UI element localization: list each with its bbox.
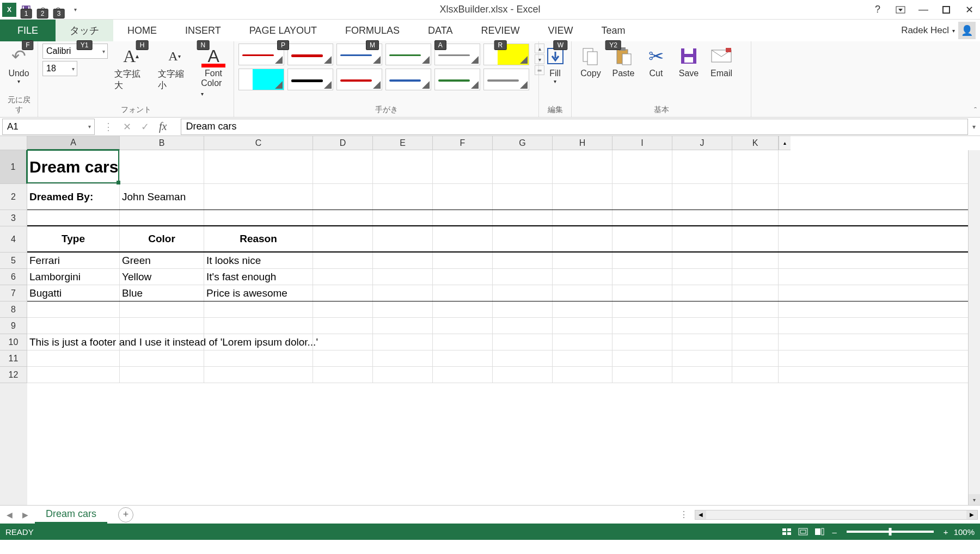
cell[interactable] — [373, 210, 433, 225]
cell[interactable] — [493, 350, 553, 366]
tab-formulas[interactable]: FORMULASM — [331, 20, 414, 41]
cell[interactable] — [493, 301, 553, 317]
cell[interactable] — [373, 184, 433, 210]
cell[interactable] — [553, 367, 612, 383]
cell[interactable]: This is just a footer and I use it inste… — [27, 334, 120, 350]
view-normal-icon[interactable] — [779, 526, 794, 538]
cell[interactable] — [27, 318, 120, 334]
cell[interactable] — [433, 367, 493, 383]
cell[interactable] — [732, 210, 779, 225]
cell[interactable] — [313, 318, 373, 334]
cell[interactable] — [313, 253, 373, 268]
column-header[interactable]: H — [553, 136, 612, 150]
cell[interactable] — [732, 301, 779, 317]
row-header[interactable]: 5 — [0, 253, 27, 269]
row-header[interactable]: 7 — [0, 285, 27, 301]
cell[interactable] — [732, 350, 779, 366]
row-header[interactable]: 8 — [0, 301, 27, 318]
scroll-right-icon[interactable]: ▶ — [966, 510, 977, 519]
zoom-level[interactable]: 100% — [954, 527, 975, 537]
scroll-up-icon[interactable]: ▴ — [779, 136, 791, 150]
cell[interactable] — [120, 334, 204, 350]
qat-redo-icon[interactable]: ↷3 — [52, 3, 65, 16]
cut-button[interactable]: ✂Cut — [641, 44, 671, 79]
qat-undo-icon[interactable]: ↶2 — [36, 3, 49, 16]
formula-input[interactable]: Dream cars — [181, 119, 968, 135]
save-button[interactable]: Save — [674, 44, 703, 79]
horizontal-scrollbar[interactable]: ◀ ▶ — [695, 510, 978, 520]
enlarge-text-button[interactable]: A▴文字拡大 — [111, 44, 151, 93]
cell[interactable] — [612, 150, 672, 183]
row-header[interactable]: 1 — [0, 150, 27, 184]
row-header[interactable]: 2 — [0, 184, 27, 210]
cell[interactable] — [373, 367, 433, 383]
cell[interactable] — [672, 367, 732, 383]
view-pagelayout-icon[interactable] — [795, 526, 811, 538]
cell[interactable] — [373, 301, 433, 317]
cell[interactable] — [612, 301, 672, 317]
help-icon[interactable]: ? — [871, 3, 884, 16]
column-header[interactable]: G — [493, 136, 553, 150]
cell[interactable] — [732, 318, 779, 334]
cell[interactable] — [373, 150, 433, 183]
maximize-icon[interactable] — [940, 3, 953, 16]
cell[interactable] — [612, 350, 672, 366]
cell[interactable] — [493, 334, 553, 350]
cell[interactable] — [120, 367, 204, 383]
sheet-nav-prev-icon[interactable]: ◀ — [7, 510, 13, 519]
cell[interactable] — [120, 301, 204, 317]
pen-black-thick[interactable] — [287, 69, 333, 90]
cell[interactable] — [433, 210, 493, 225]
cell[interactable] — [732, 150, 779, 183]
cell[interactable] — [553, 210, 612, 225]
minimize-icon[interactable]: — — [917, 3, 930, 16]
cell[interactable] — [373, 226, 433, 251]
cell[interactable] — [313, 184, 373, 210]
column-header[interactable]: D — [313, 136, 373, 150]
cell[interactable] — [313, 210, 373, 225]
cell[interactable] — [433, 184, 493, 210]
cell[interactable] — [672, 150, 732, 183]
cell[interactable] — [204, 350, 313, 366]
cell[interactable] — [313, 367, 373, 383]
cell[interactable] — [672, 269, 732, 285]
view-pagebreak-icon[interactable] — [812, 526, 827, 538]
cell[interactable]: Type — [27, 226, 120, 251]
row-header[interactable]: 12 — [0, 367, 27, 383]
cell[interactable] — [373, 253, 433, 268]
cell[interactable] — [204, 150, 313, 183]
row-header[interactable]: 6 — [0, 269, 27, 285]
cell[interactable] — [612, 226, 672, 251]
zoom-slider[interactable] — [847, 531, 934, 533]
cell[interactable] — [553, 253, 612, 268]
cells-area[interactable]: Dream carsDreamed By:John SeamanTypeColo… — [27, 150, 968, 505]
row-header[interactable]: 11 — [0, 350, 27, 367]
column-header[interactable]: K — [732, 136, 779, 150]
cell[interactable] — [672, 253, 732, 268]
row-header[interactable]: 4 — [0, 226, 27, 253]
cell[interactable] — [732, 367, 779, 383]
accept-formula-icon[interactable]: ✓ — [141, 121, 149, 133]
cell[interactable] — [433, 350, 493, 366]
tab-data[interactable]: DATAA — [414, 20, 467, 41]
cell[interactable] — [612, 334, 672, 350]
cell[interactable] — [313, 269, 373, 285]
cell[interactable] — [612, 367, 672, 383]
cell[interactable] — [27, 210, 120, 225]
cell[interactable]: Reason — [204, 226, 313, 251]
cell[interactable] — [433, 318, 493, 334]
cell[interactable]: Yellow — [120, 269, 204, 285]
row-header[interactable]: 3 — [0, 210, 27, 226]
cell[interactable] — [433, 253, 493, 268]
pen-gray-med[interactable] — [483, 69, 529, 90]
tab-view[interactable]: VIEWW — [534, 20, 587, 41]
cell[interactable] — [553, 285, 612, 301]
cell[interactable] — [120, 318, 204, 334]
add-sheet-button[interactable]: + — [118, 507, 133, 522]
cell[interactable] — [313, 285, 373, 301]
cell[interactable] — [433, 226, 493, 251]
cell[interactable]: Price is awesome — [204, 285, 313, 301]
row-header[interactable]: 10 — [0, 334, 27, 350]
cell[interactable] — [433, 269, 493, 285]
sheet-tab[interactable]: Dream cars — [35, 506, 107, 524]
